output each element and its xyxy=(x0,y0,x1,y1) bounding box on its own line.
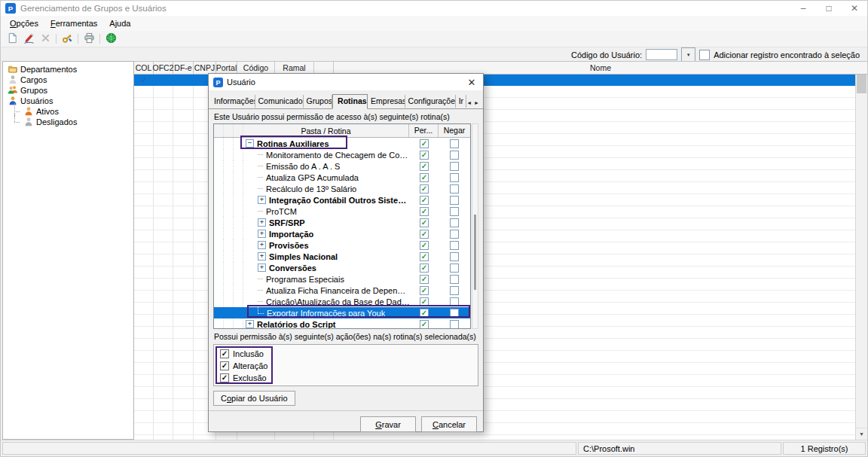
routine-row-simples-nacional[interactable]: +Simples Nacional✓ xyxy=(214,251,470,262)
sidebar-item-ativos[interactable]: Ativos xyxy=(3,106,133,117)
negar-checkbox[interactable] xyxy=(450,264,459,273)
column-header-portal[interactable]: Portal xyxy=(216,62,237,74)
globe-button[interactable] xyxy=(102,32,119,46)
tab-ir[interactable]: Ir xyxy=(456,95,467,108)
sidebar-item-desligados[interactable]: Desligados xyxy=(3,117,133,127)
routine-row-srf-srp[interactable]: +SRF/SRP✓ xyxy=(214,217,470,228)
permitir-checkbox[interactable]: ✓ xyxy=(420,207,429,216)
routine-row-programas-especiais[interactable]: Programas Especiais✓ xyxy=(214,273,470,285)
negar-checkbox[interactable] xyxy=(450,207,459,216)
routine-row-conversoes[interactable]: +Conversões✓ xyxy=(214,262,470,273)
key-tools-button[interactable] xyxy=(59,32,75,46)
negar-checkbox[interactable] xyxy=(450,196,459,205)
menu-opcoes[interactable]: Opções xyxy=(4,17,44,29)
permitir-checkbox[interactable]: ✓ xyxy=(420,139,429,148)
permitir-checkbox[interactable]: ✓ xyxy=(420,309,429,318)
collapse-icon[interactable]: − xyxy=(246,139,254,148)
expand-icon[interactable]: + xyxy=(258,264,266,272)
delete-x-button[interactable] xyxy=(37,32,53,46)
tree-col-permitir[interactable]: Per... xyxy=(408,124,438,137)
permitir-checkbox[interactable]: ✓ xyxy=(420,320,429,329)
negar-checkbox[interactable] xyxy=(450,162,459,171)
routine-row-rotinas-auxiliares[interactable]: −Rotinas Auxiliares✓ xyxy=(214,138,470,149)
scroll-down-icon[interactable]: ▼ xyxy=(856,428,867,440)
column-header-df-e[interactable]: DF-e xyxy=(173,62,194,74)
edit-pencil-button[interactable] xyxy=(20,32,37,46)
exclusao-checkbox[interactable]: ✓ xyxy=(220,373,229,382)
dialog-close-icon[interactable]: ✕ xyxy=(463,77,480,88)
permitir-checkbox[interactable]: ✓ xyxy=(420,173,429,182)
expand-icon[interactable]: + xyxy=(258,218,266,227)
gravar-button[interactable]: Gravar xyxy=(360,416,416,432)
permitir-checkbox[interactable]: ✓ xyxy=(420,297,429,306)
scroll-thumb[interactable] xyxy=(857,74,866,93)
negar-checkbox[interactable] xyxy=(450,218,459,227)
permitir-checkbox[interactable]: ✓ xyxy=(420,241,429,250)
permitir-checkbox[interactable]: ✓ xyxy=(420,230,429,239)
routine-row-importacao[interactable]: +Importação✓ xyxy=(214,228,470,239)
negar-checkbox[interactable] xyxy=(450,184,459,193)
permitir-checkbox[interactable]: ✓ xyxy=(420,218,429,227)
permitir-checkbox[interactable]: ✓ xyxy=(420,151,429,160)
tree-col-pasta-rotina[interactable]: Pasta / Rotina xyxy=(243,126,408,136)
grid-vertical-scrollbar[interactable]: ▲ ▼ xyxy=(855,62,867,440)
tree-scroll-thumb[interactable] xyxy=(474,215,476,290)
expand-icon[interactable]: + xyxy=(258,252,266,260)
permitir-checkbox[interactable]: ✓ xyxy=(420,162,429,171)
expand-icon[interactable]: + xyxy=(258,241,266,249)
tree-col-negar[interactable]: Negar xyxy=(438,124,470,137)
tab-informacoes[interactable]: Informações xyxy=(211,95,255,108)
tab-configuracoes[interactable]: Configurações xyxy=(405,95,456,108)
column-header-cnpj[interactable]: CNPJ xyxy=(194,62,216,74)
permitir-checkbox[interactable]: ✓ xyxy=(420,252,429,261)
routine-row-protcm[interactable]: ProTCM✓ xyxy=(214,206,470,217)
permitir-checkbox[interactable]: ✓ xyxy=(420,275,429,284)
routine-row-provisoes[interactable]: +Provisões✓ xyxy=(214,239,470,251)
negar-checkbox[interactable] xyxy=(450,286,459,295)
routine-row-monitoramento-de-checagem-de-cons[interactable]: Monitoramento de Checagem de Cons...✓ xyxy=(214,149,470,160)
tab-empresas[interactable]: Empresas xyxy=(368,95,405,108)
routine-row-recalculo-de-13-salario[interactable]: Recálculo de 13º Salário✓ xyxy=(214,183,470,194)
routine-row-emissao-do-a-a-s[interactable]: Emissão do A . A . S✓ xyxy=(214,160,470,172)
column-header-col[interactable]: COL xyxy=(134,62,154,74)
negar-checkbox[interactable] xyxy=(450,230,459,239)
tab-grupos[interactable]: Grupos xyxy=(304,95,333,108)
negar-checkbox[interactable] xyxy=(450,297,459,306)
column-header-ofc2[interactable]: OFC2 xyxy=(154,62,173,74)
codigo-usuario-input[interactable] xyxy=(646,49,677,60)
negar-checkbox[interactable] xyxy=(450,151,459,160)
new-document-button[interactable] xyxy=(4,32,20,46)
column-header-codigo[interactable]: Código xyxy=(237,62,275,74)
printer-button[interactable] xyxy=(81,32,97,46)
expand-icon[interactable]: + xyxy=(246,320,254,328)
sidebar-item-cargos[interactable]: Cargos xyxy=(3,75,133,85)
routine-row-relatorios-do-script[interactable]: +Relatórios do Script✓ xyxy=(214,318,470,329)
negar-checkbox[interactable] xyxy=(450,275,459,284)
adicionar-registro-checkbox[interactable] xyxy=(699,50,710,60)
permitir-checkbox[interactable]: ✓ xyxy=(420,286,429,295)
routine-row-integracao-contabil-outros-sistem[interactable]: +Integração Contábil Outros Sistem...✓ xyxy=(214,194,470,206)
sidebar-item-departamentos[interactable]: Departamentos xyxy=(3,64,133,75)
minimize-button[interactable]: – xyxy=(790,1,816,16)
expand-icon[interactable]: + xyxy=(258,230,266,238)
tab-scroll-left-icon[interactable]: ◄ xyxy=(466,100,472,105)
inclusao-checkbox[interactable]: ✓ xyxy=(220,349,229,358)
column-header-nome[interactable]: Nome xyxy=(334,62,867,74)
copiar-do-usuario-button[interactable]: Copiar do Usuário xyxy=(213,391,295,406)
negar-checkbox[interactable] xyxy=(450,241,459,250)
tab-scroll-arrows[interactable]: ◄► xyxy=(466,100,481,108)
maximize-button[interactable]: □ xyxy=(816,1,842,16)
routine-row-atualiza-gps-acumulada[interactable]: Atualiza GPS Acumulada✓ xyxy=(214,172,470,183)
tab-comunicados[interactable]: Comunicados xyxy=(255,95,304,108)
tab-rotinas[interactable]: Rotinas xyxy=(332,94,368,109)
routine-row-atualiza-ficha-financeira-de-dependentes[interactable]: Atualiza Ficha Financeira de Dependentes… xyxy=(214,285,470,296)
codigo-dropdown-button[interactable]: ▼ xyxy=(681,47,695,62)
negar-checkbox[interactable] xyxy=(450,320,459,329)
alteracao-checkbox[interactable]: ✓ xyxy=(220,361,229,370)
permitir-checkbox[interactable]: ✓ xyxy=(420,184,429,193)
close-button[interactable]: ✕ xyxy=(842,1,867,16)
negar-checkbox[interactable] xyxy=(450,252,459,261)
sidebar-item-usuarios[interactable]: Usuários xyxy=(3,96,133,106)
menu-ferramentas[interactable]: Ferramentas xyxy=(44,17,103,29)
sidebar-item-grupos[interactable]: Grupos xyxy=(3,85,133,96)
